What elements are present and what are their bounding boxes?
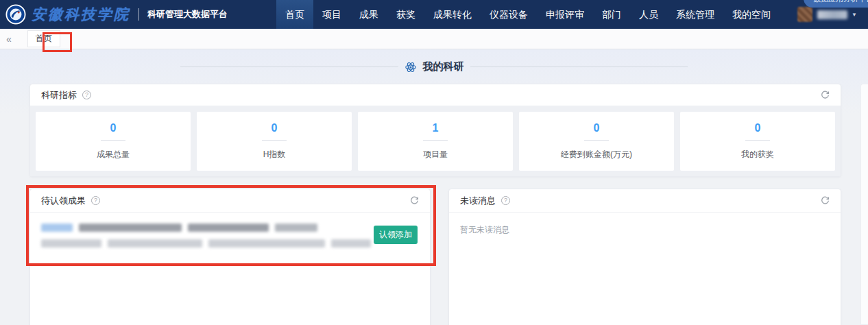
help-icon[interactable]: ? bbox=[501, 196, 510, 205]
nav-item-review[interactable]: 申报评审 bbox=[537, 0, 593, 29]
stat-label: H指数 bbox=[263, 149, 286, 160]
help-icon[interactable]: ? bbox=[91, 196, 100, 205]
redacted-tag bbox=[41, 224, 73, 232]
unread-messages-panel: 未读消息 ? 暂无未读消息 bbox=[448, 189, 841, 325]
redacted-text bbox=[275, 224, 317, 232]
divider bbox=[584, 140, 609, 141]
stat-value: 0 bbox=[755, 122, 761, 134]
empty-state-text: 暂无未读消息 bbox=[449, 213, 841, 248]
claim-item-text-redacted bbox=[41, 224, 374, 255]
redacted-text bbox=[108, 239, 202, 248]
stat-value: 0 bbox=[594, 122, 600, 134]
stat-label: 成果总量 bbox=[97, 149, 130, 160]
stat-label: 我的获奖 bbox=[741, 149, 774, 160]
stat-label: 项目量 bbox=[423, 149, 448, 160]
unclaimed-achievements-panel: 待认领成果 ? 认领添加 bbox=[29, 189, 431, 325]
user-menu[interactable]: ▼ bbox=[797, 7, 857, 22]
nav-item-my-space[interactable]: 我的空间 bbox=[723, 0, 780, 29]
research-indicators-panel: 科研指标 ? 0 成果总量 0 H指数 1 项目量 0 经费到账金额(万元 bbox=[29, 84, 841, 177]
redacted-text bbox=[41, 239, 101, 248]
platform-title: 科研管理大数据平台 bbox=[138, 8, 228, 21]
stats-cards: 0 成果总量 0 H指数 1 项目量 0 经费到账金额(万元) 0 我的获奖 bbox=[30, 106, 841, 176]
redacted-text bbox=[331, 239, 371, 248]
stat-card-project-count[interactable]: 1 项目量 bbox=[358, 112, 513, 171]
stat-value: 0 bbox=[272, 122, 278, 134]
panel-header: 未读消息 ? bbox=[449, 189, 841, 213]
nav-item-projects[interactable]: 项目 bbox=[313, 0, 350, 29]
divider bbox=[423, 140, 448, 141]
refresh-icon[interactable] bbox=[410, 196, 419, 205]
tab-home[interactable]: 首页 bbox=[27, 30, 60, 47]
redacted-text bbox=[79, 224, 182, 232]
logo: 安徽科技学院 科研管理大数据平台 bbox=[0, 4, 228, 25]
stat-card-funds-received[interactable]: 0 经费到账金额(万元) bbox=[519, 112, 674, 171]
page-title: 我的科研 bbox=[423, 60, 464, 73]
stat-label: 经费到账金额(万元) bbox=[561, 149, 632, 160]
claim-list-item: 认领添加 bbox=[30, 213, 430, 266]
tab-bar: « 首页 bbox=[0, 29, 868, 49]
help-icon[interactable]: ? bbox=[82, 91, 91, 99]
nav-item-awards[interactable]: 获奖 bbox=[387, 0, 424, 29]
section-my-research: 我的科研 bbox=[180, 60, 688, 73]
nav-item-personnel[interactable]: 人员 bbox=[630, 0, 667, 29]
divider bbox=[470, 67, 688, 67]
divider bbox=[745, 140, 770, 141]
stat-card-total-achievements[interactable]: 0 成果总量 bbox=[36, 112, 191, 171]
chevron-down-icon[interactable]: ▼ bbox=[852, 12, 857, 18]
stat-value: 0 bbox=[110, 122, 117, 134]
university-emblem-icon bbox=[5, 4, 26, 25]
stat-card-my-awards[interactable]: 0 我的获奖 bbox=[680, 112, 835, 171]
university-name: 安徽科技学院 bbox=[32, 5, 130, 24]
app-header: 安徽科技学院 科研管理大数据平台 首页 项目 成果 获奖 成果转化 仪器设备 申… bbox=[0, 0, 868, 29]
redacted-text bbox=[208, 239, 325, 248]
nav-item-departments[interactable]: 部门 bbox=[593, 0, 630, 29]
divider bbox=[180, 67, 398, 67]
panel-header: 待认领成果 ? bbox=[30, 189, 430, 213]
avatar[interactable] bbox=[797, 7, 812, 22]
divider bbox=[101, 140, 125, 141]
panel-title: 未读消息 bbox=[460, 195, 496, 207]
stat-card-h-index[interactable]: 0 H指数 bbox=[197, 112, 352, 171]
right-edge-panel bbox=[860, 84, 868, 325]
redacted-line-1 bbox=[41, 224, 374, 232]
panel-title: 待认领成果 bbox=[41, 195, 86, 207]
refresh-icon[interactable] bbox=[821, 196, 830, 205]
nav-item-achievements[interactable]: 成果 bbox=[350, 0, 387, 29]
stat-value: 1 bbox=[433, 122, 439, 134]
nav-item-transformation[interactable]: 成果转化 bbox=[424, 0, 481, 29]
divider bbox=[262, 140, 287, 141]
claim-add-button[interactable]: 认领添加 bbox=[374, 226, 418, 244]
user-name-redacted bbox=[817, 10, 847, 19]
research-atom-icon bbox=[405, 61, 417, 73]
nav-item-system-admin[interactable]: 系统管理 bbox=[667, 0, 723, 29]
main-nav: 首页 项目 成果 获奖 成果转化 仪器设备 申报评审 部门 人员 系统管理 我的… bbox=[276, 0, 780, 29]
refresh-icon[interactable] bbox=[821, 91, 830, 99]
nav-item-instruments[interactable]: 仪器设备 bbox=[481, 0, 537, 29]
panel-title: 科研指标 bbox=[41, 89, 77, 101]
data-analysis-platform-button[interactable]: 数据应用分析平台 bbox=[804, 0, 868, 8]
redacted-line-2 bbox=[41, 239, 374, 248]
redacted-text bbox=[188, 224, 269, 232]
collapse-sidebar-icon[interactable]: « bbox=[0, 34, 18, 45]
nav-item-home[interactable]: 首页 bbox=[276, 0, 313, 29]
panel-header: 科研指标 ? bbox=[30, 84, 841, 106]
